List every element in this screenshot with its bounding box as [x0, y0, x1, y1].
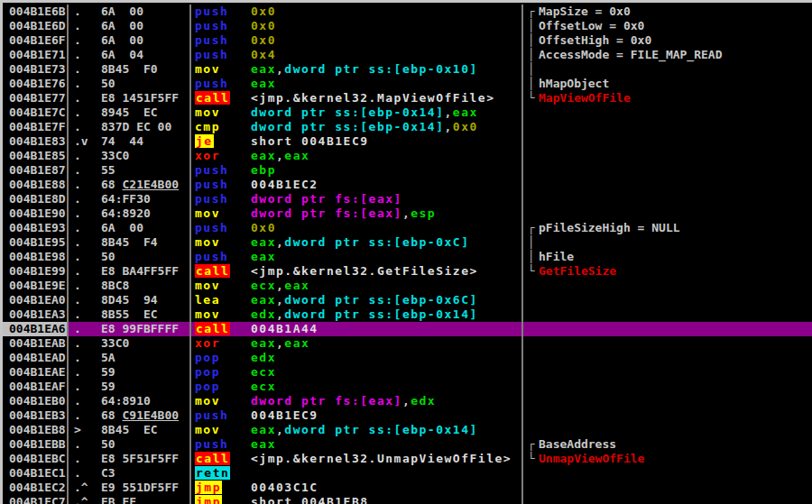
analysis-marker: . — [74, 250, 101, 264]
disasm-row[interactable]: 004B1E95.8B45 F4moveax,dword ptr ss:[ebp… — [3, 235, 812, 250]
disasm-row[interactable]: 004B1EC7.^EB EFjmpshort 004B1EB8 — [3, 495, 812, 504]
disasm-row[interactable]: 004B1EA3.8B55 ECmovedx,dword ptr ss:[ebp… — [3, 307, 812, 322]
operands: 0x0 — [251, 33, 276, 48]
disasm-row-selected[interactable]: 004B1EA6.E8 99FBFFFFcall004B1A44 — [3, 322, 812, 336]
disasm-row[interactable]: 004B1E99.E8 BA4FF5FFcall<jmp.&kernel32.G… — [3, 264, 812, 279]
address-cell: 004B1EBC — [3, 452, 67, 466]
operands: ecx — [251, 380, 276, 394]
analysis-marker: .v — [74, 134, 101, 149]
disasm-row[interactable]: 004B1E6D.6A 00push0x0│OffsetLow = 0x0 — [3, 19, 812, 33]
analysis-marker: . — [74, 62, 101, 77]
disasm-row[interactable]: 004B1E7C.8945 ECmovdword ptr ss:[ebp-0x1… — [3, 105, 812, 120]
disasm-row[interactable]: 004B1E77.E8 1451F5FFcall<jmp.&kernel32.M… — [3, 91, 812, 105]
disasm-row[interactable]: 004B1EA0.8D45 94leaeax,dword ptr ss:[ebp… — [3, 293, 812, 307]
instruction-cell: xoreax,eax — [191, 336, 521, 351]
disasm-row[interactable]: 004B1E6B.6A 00push0x0┌MapSize = 0x0 — [3, 5, 812, 19]
comment-cell: │hFile — [523, 250, 812, 264]
analysis-marker: .^ — [74, 495, 101, 504]
hex-bytes-cell: .50 — [69, 437, 189, 452]
disasm-row[interactable]: 004B1E93.6A 00push0x0┌pFileSizeHigh = NU… — [3, 221, 812, 235]
mnemonic: jmp — [195, 495, 222, 504]
disasm-row[interactable]: 004B1EBB.50pusheax┌BaseAddress — [3, 437, 812, 452]
hex-bytes-cell: .59 — [69, 365, 189, 380]
argument-bracket — [528, 394, 539, 408]
comment-cell — [523, 163, 812, 178]
instruction-cell: movdword ptr ss:[ebp-0x14],eax — [191, 105, 521, 120]
argument-bracket — [528, 279, 539, 293]
hex-bytes-cell: .64:8910 — [69, 394, 189, 408]
address-cell: 004B1E77 — [3, 91, 67, 105]
address-cell: 004B1EB8 — [3, 423, 67, 437]
mnemonic: pop — [195, 380, 220, 393]
argument-bracket: │ — [528, 62, 539, 77]
comment-cell — [523, 336, 812, 351]
argument-bracket: ┌ — [528, 5, 539, 19]
analysis-marker: . — [74, 149, 101, 163]
disasm-row[interactable]: 004B1E8D.64:FF30pushdword ptr fs:[eax] — [3, 192, 812, 206]
disasm-row[interactable]: 004B1EB8>8B45 ECmoveax,dword ptr ss:[ebp… — [3, 423, 812, 437]
argument-bracket — [528, 351, 539, 365]
disasm-row[interactable]: 004B1E9E.8BC8movecx,eax — [3, 279, 812, 293]
disasm-row[interactable]: 004B1EBC.E8 5F51F5FFcall<jmp.&kernel32.U… — [3, 452, 812, 466]
disasm-row[interactable]: 004B1EAE.59popecx — [3, 365, 812, 380]
comment-cell — [523, 206, 812, 221]
disasm-row[interactable]: 004B1E87.55pushebp — [3, 163, 812, 178]
argument-bracket: ┌ — [528, 437, 539, 452]
disasm-row[interactable]: 004B1EAF.59popecx — [3, 380, 812, 394]
mnemonic: mov — [195, 279, 220, 292]
analysis-marker: . — [74, 264, 101, 279]
mnemonic: push — [195, 48, 228, 61]
analysis-marker: . — [74, 221, 101, 235]
analysis-marker: . — [74, 322, 101, 336]
argument-bracket: │ — [528, 48, 539, 62]
hex-bytes-cell: .8BC8 — [69, 279, 189, 293]
address-cell: 004B1EC7 — [3, 495, 67, 504]
argument-bracket — [528, 105, 539, 120]
analysis-marker: . — [74, 120, 101, 134]
argument-bracket — [528, 380, 539, 394]
comment-cell — [523, 423, 812, 437]
disasm-row[interactable]: 004B1E85.33C0xoreax,eax — [3, 149, 812, 163]
instruction-cell: push004B1EC2 — [191, 178, 521, 192]
comment-cell — [523, 192, 812, 206]
disasm-row[interactable]: 004B1EAB.33C0xoreax,eax — [3, 336, 812, 351]
disassembly-pane[interactable]: 004B1E6B.6A 00push0x0┌MapSize = 0x0004B1… — [0, 0, 812, 504]
mnemonic: mov — [195, 62, 220, 76]
operands: <jmp.&kernel32.MapViewOfFile> — [251, 91, 494, 105]
address-cell: 004B1EAF — [3, 380, 67, 394]
comment-cell — [523, 105, 812, 120]
instruction-cell: pushebp — [191, 163, 521, 178]
hex-bytes-cell: .64:8920 — [69, 206, 189, 221]
operands: eax,eax — [251, 336, 309, 351]
disassembly-rows: 004B1E6B.6A 00push0x0┌MapSize = 0x0004B1… — [3, 5, 812, 504]
address-cell: 004B1E8D — [3, 192, 67, 206]
comment-cell — [523, 351, 812, 365]
argument-bracket — [528, 192, 539, 206]
disasm-row[interactable]: 004B1EB3.68 C91E4B00push004B1EC9 — [3, 408, 812, 423]
address-cell: 004B1E7C — [3, 105, 67, 120]
disasm-row[interactable]: 004B1E88.68 C21E4B00push004B1EC2 — [3, 178, 812, 192]
hex-bytes-cell: .59 — [69, 380, 189, 394]
address-cell: 004B1EBB — [3, 437, 67, 452]
disasm-row[interactable]: 004B1E6F.6A 00push0x0│OffsetHigh = 0x0 — [3, 33, 812, 48]
disasm-row[interactable]: 004B1E73.8B45 F0moveax,dword ptr ss:[ebp… — [3, 62, 812, 77]
disasm-row[interactable]: 004B1E76.50pusheax│hMapObject — [3, 77, 812, 91]
disasm-row[interactable]: 004B1E71.6A 04push0x4│AccessMode = FILE_… — [3, 48, 812, 62]
disasm-row[interactable]: 004B1E7F.837D EC 00cmpdword ptr ss:[ebp-… — [3, 120, 812, 134]
operands: eax — [251, 437, 276, 452]
address-cell: 004B1E7F — [3, 120, 67, 134]
disasm-row[interactable]: 004B1E83.v74 44jeshort 004B1EC9 — [3, 134, 812, 149]
disasm-row[interactable]: 004B1EC2.^E9 551DF5FFjmp00403C1C — [3, 481, 812, 495]
disasm-row[interactable]: 004B1E98.50pusheax│hFile — [3, 250, 812, 264]
analysis-marker: . — [74, 19, 101, 33]
disasm-row[interactable]: 004B1E90.64:8920movdword ptr fs:[eax],es… — [3, 206, 812, 221]
instruction-cell: call<jmp.&kernel32.UnmapViewOfFile> — [191, 452, 521, 466]
operands: dword ptr ss:[ebp-0x14],eax — [251, 105, 478, 120]
analysis-marker: . — [74, 279, 101, 293]
instruction-cell: movdword ptr fs:[eax],edx — [191, 394, 521, 408]
disasm-row[interactable]: 004B1EB0.64:8910movdword ptr fs:[eax],ed… — [3, 394, 812, 408]
disasm-row[interactable]: 004B1EAD.5Apopedx — [3, 351, 812, 365]
disasm-row[interactable]: 004B1EC1.C3retn — [3, 466, 812, 481]
argument-bracket — [528, 206, 539, 221]
comment-cell: ┌pFileSizeHigh = NULL — [523, 221, 812, 235]
